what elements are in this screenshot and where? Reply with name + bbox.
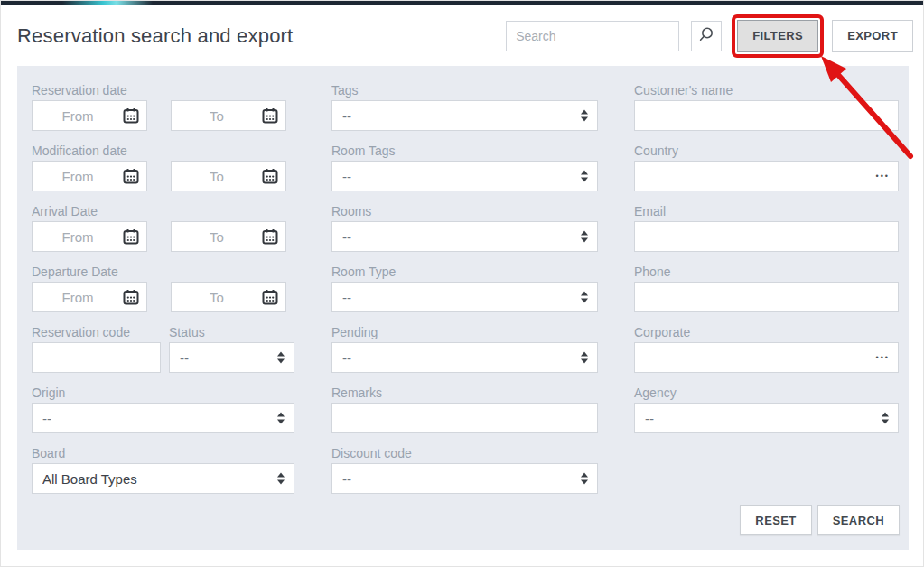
arrival-date-to-input[interactable] — [171, 221, 286, 252]
customers-name-input[interactable] — [634, 100, 899, 131]
departure-date-from-input[interactable] — [32, 282, 147, 312]
phone-input[interactable] — [634, 282, 899, 312]
discount-code-select[interactable]: -- — [331, 463, 598, 494]
customers-name-label: Customer's name — [634, 83, 899, 98]
header-actions: FILTERS EXPORT — [506, 14, 913, 58]
modification-date-field: Modification date — [32, 144, 294, 191]
tags-field: Tags -- — [331, 83, 598, 131]
tags-label: Tags — [331, 83, 598, 98]
code-status-row: Reservation code Status -- — [32, 325, 294, 373]
modification-date-from[interactable] — [32, 161, 147, 191]
country-input[interactable] — [634, 161, 899, 191]
reservation-search-page: { "topbar": { "bar_color": "#1d2733", "a… — [0, 0, 924, 567]
origin-field: Origin -- — [32, 386, 294, 433]
discount-code-label: Discount code — [331, 446, 598, 461]
origin-label: Origin — [32, 386, 294, 401]
departure-date-to[interactable] — [171, 282, 286, 312]
origin-select[interactable]: -- — [32, 403, 294, 433]
remarks-input[interactable] — [331, 403, 598, 433]
email-label: Email — [634, 204, 899, 219]
reservation-code-label: Reservation code — [32, 325, 161, 340]
remarks-label: Remarks — [331, 386, 598, 401]
filter-column-2: Tags -- Room Tags -- Rooms -- — [331, 83, 598, 507]
customers-name-field: Customer's name — [634, 83, 899, 131]
country-label: Country — [634, 144, 899, 159]
corporate-lookup-ellipsis-icon[interactable]: ••• — [876, 353, 890, 362]
board-select[interactable]: All Board Types — [32, 463, 294, 494]
header: Reservation search and export FILTERS EX… — [1, 5, 924, 66]
filter-panel: Reservation date Modification date — [17, 66, 909, 550]
reservation-code-field: Reservation code — [32, 325, 161, 373]
arrival-date-label: Arrival Date — [32, 204, 294, 219]
pending-field: Pending -- — [331, 325, 598, 373]
departure-date-field: Departure Date — [32, 265, 294, 312]
discount-code-field: Discount code -- — [331, 446, 598, 494]
filters-highlight-box: FILTERS — [732, 14, 824, 58]
filter-column-3: Customer's name Country ••• Email Phone … — [634, 83, 899, 446]
arrival-date-from[interactable] — [32, 221, 147, 252]
status-select[interactable]: -- — [169, 342, 294, 373]
filter-column-1: Reservation date Modification date — [32, 83, 294, 507]
pending-select[interactable]: -- — [331, 342, 598, 373]
search-icon — [697, 25, 715, 46]
panel-action-buttons: RESET SEARCH — [740, 505, 900, 535]
country-lookup-ellipsis-icon[interactable]: ••• — [876, 172, 890, 181]
rooms-label: Rooms — [331, 204, 598, 219]
reservation-code-input[interactable] — [32, 342, 161, 373]
arrival-date-from-input[interactable] — [32, 221, 147, 252]
room-tags-label: Room Tags — [331, 144, 598, 159]
board-field: Board All Board Types — [32, 446, 294, 494]
status-field: Status -- — [169, 325, 294, 373]
room-type-select[interactable]: -- — [331, 282, 598, 312]
corporate-input[interactable] — [634, 342, 899, 373]
arrival-date-field: Arrival Date — [32, 204, 294, 252]
modification-date-label: Modification date — [32, 144, 294, 159]
status-label: Status — [169, 325, 294, 340]
reservation-date-from-input[interactable] — [32, 100, 147, 131]
room-tags-select[interactable]: -- — [331, 161, 598, 191]
room-type-field: Room Type -- — [331, 265, 598, 312]
agency-label: Agency — [634, 386, 899, 401]
search-input[interactable] — [506, 21, 679, 51]
reservation-date-to-input[interactable] — [171, 100, 286, 131]
room-type-label: Room Type — [331, 265, 598, 280]
departure-date-from[interactable] — [32, 282, 147, 312]
reservation-date-from[interactable] — [32, 100, 147, 131]
export-button[interactable]: EXPORT — [832, 20, 913, 52]
corporate-field: Corporate ••• — [634, 325, 899, 373]
phone-field: Phone — [634, 265, 899, 312]
corporate-label: Corporate — [634, 325, 899, 340]
email-input[interactable] — [634, 221, 899, 252]
reservation-date-label: Reservation date — [32, 83, 294, 98]
arrival-date-to[interactable] — [171, 221, 286, 252]
room-tags-field: Room Tags -- — [331, 144, 598, 191]
remarks-field: Remarks — [331, 386, 598, 433]
email-field: Email — [634, 204, 899, 252]
rooms-field: Rooms -- — [331, 204, 598, 252]
modification-date-from-input[interactable] — [32, 161, 147, 191]
tags-select[interactable]: -- — [331, 100, 598, 131]
reset-button[interactable]: RESET — [740, 505, 811, 535]
rooms-select[interactable]: -- — [331, 221, 598, 252]
country-field: Country ••• — [634, 144, 899, 191]
reservation-date-to[interactable] — [171, 100, 286, 131]
search-button[interactable] — [691, 21, 722, 51]
modification-date-to-input[interactable] — [171, 161, 286, 191]
modification-date-to[interactable] — [171, 161, 286, 191]
agency-select[interactable]: -- — [634, 403, 899, 433]
filters-button[interactable]: FILTERS — [737, 20, 818, 52]
page-title: Reservation search and export — [17, 24, 293, 48]
phone-label: Phone — [634, 265, 899, 280]
board-label: Board — [32, 446, 294, 461]
pending-label: Pending — [331, 325, 598, 340]
reservation-date-field: Reservation date — [32, 83, 294, 131]
agency-field: Agency -- — [634, 386, 899, 433]
search-submit-button[interactable]: SEARCH — [817, 505, 900, 535]
departure-date-to-input[interactable] — [171, 282, 286, 312]
departure-date-label: Departure Date — [32, 265, 294, 280]
